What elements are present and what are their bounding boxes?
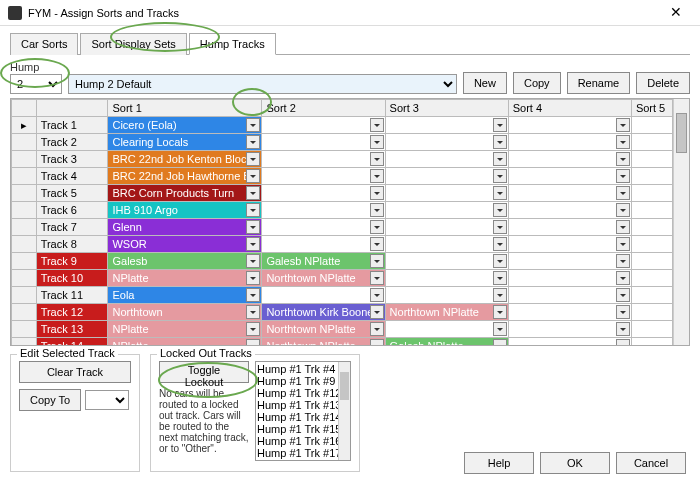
sort-cell[interactable]: Galesb bbox=[108, 253, 262, 270]
delete-button[interactable]: Delete bbox=[636, 72, 690, 94]
chevron-down-icon[interactable] bbox=[493, 220, 507, 234]
chevron-down-icon[interactable] bbox=[616, 186, 630, 200]
tab-car-sorts[interactable]: Car Sorts bbox=[10, 33, 78, 55]
chevron-down-icon[interactable] bbox=[493, 339, 507, 345]
chevron-down-icon[interactable] bbox=[616, 271, 630, 285]
sort-cell[interactable]: NPlatte bbox=[108, 338, 262, 346]
sort-cell[interactable]: Northtown NPlatte bbox=[262, 270, 385, 287]
sort-cell[interactable]: WSOR bbox=[108, 236, 262, 253]
sort-cell[interactable] bbox=[508, 287, 631, 304]
chevron-down-icon[interactable] bbox=[246, 237, 260, 251]
col-sort5[interactable]: Sort 5 bbox=[631, 100, 672, 117]
sort-cell[interactable]: Clearing Locals bbox=[108, 134, 262, 151]
chevron-down-icon[interactable] bbox=[246, 305, 260, 319]
sort-cell[interactable] bbox=[508, 185, 631, 202]
sort-cell[interactable] bbox=[508, 236, 631, 253]
sort-cell[interactable] bbox=[508, 117, 631, 134]
chevron-down-icon[interactable] bbox=[616, 135, 630, 149]
sort-cell[interactable] bbox=[385, 117, 508, 134]
col-sort2[interactable]: Sort 2 bbox=[262, 100, 385, 117]
chevron-down-icon[interactable] bbox=[616, 339, 630, 345]
tab-hump-tracks[interactable]: Hump Tracks bbox=[189, 33, 276, 55]
sort-cell[interactable] bbox=[262, 219, 385, 236]
chevron-down-icon[interactable] bbox=[616, 237, 630, 251]
chevron-down-icon[interactable] bbox=[246, 118, 260, 132]
sort-cell[interactable]: BRC 22nd Job Hawthorne Block bbox=[108, 168, 262, 185]
help-button[interactable]: Help bbox=[464, 452, 534, 474]
locked-list-item[interactable]: Hump #1 Trk #15 bbox=[257, 423, 349, 435]
sort-cell[interactable] bbox=[262, 236, 385, 253]
sort-cell[interactable]: Northtown NPlatte bbox=[262, 321, 385, 338]
chevron-down-icon[interactable] bbox=[493, 118, 507, 132]
sort-cell[interactable] bbox=[262, 134, 385, 151]
cancel-button[interactable]: Cancel bbox=[616, 452, 686, 474]
sort-cell[interactable] bbox=[508, 168, 631, 185]
sort-cell[interactable] bbox=[262, 168, 385, 185]
chevron-down-icon[interactable] bbox=[370, 322, 384, 336]
sort-cell[interactable]: Northtown bbox=[108, 304, 262, 321]
hump-select[interactable]: 2 bbox=[10, 74, 62, 94]
locked-list-item[interactable]: Hump #1 Trk #18 bbox=[257, 459, 349, 461]
chevron-down-icon[interactable] bbox=[246, 186, 260, 200]
sort-cell[interactable] bbox=[262, 151, 385, 168]
chevron-down-icon[interactable] bbox=[370, 271, 384, 285]
sort-cell[interactable]: IHB 910 Argo bbox=[108, 202, 262, 219]
sort-cell[interactable] bbox=[508, 338, 631, 346]
chevron-down-icon[interactable] bbox=[246, 254, 260, 268]
chevron-down-icon[interactable] bbox=[370, 305, 384, 319]
chevron-down-icon[interactable] bbox=[493, 135, 507, 149]
chevron-down-icon[interactable] bbox=[493, 186, 507, 200]
chevron-down-icon[interactable] bbox=[246, 322, 260, 336]
sort-cell[interactable] bbox=[385, 321, 508, 338]
sort-cell[interactable]: Galesb NPlatte bbox=[262, 253, 385, 270]
locked-list-item[interactable]: Hump #1 Trk #12 bbox=[257, 387, 349, 399]
chevron-down-icon[interactable] bbox=[493, 271, 507, 285]
sort-cell[interactable]: Galesb NPlatte bbox=[385, 338, 508, 346]
locked-list-item[interactable]: Hump #1 Trk #17 bbox=[257, 447, 349, 459]
chevron-down-icon[interactable] bbox=[370, 288, 384, 302]
sort-cell[interactable] bbox=[508, 304, 631, 321]
sort-cell[interactable] bbox=[262, 117, 385, 134]
chevron-down-icon[interactable] bbox=[616, 169, 630, 183]
chevron-down-icon[interactable] bbox=[616, 322, 630, 336]
hump-default-select[interactable]: Hump 2 Default bbox=[68, 74, 457, 94]
sort-cell[interactable]: BRC 22nd Job Kenton Block bbox=[108, 151, 262, 168]
chevron-down-icon[interactable] bbox=[616, 152, 630, 166]
sort-cell[interactable] bbox=[508, 151, 631, 168]
rename-button[interactable]: Rename bbox=[567, 72, 631, 94]
chevron-down-icon[interactable] bbox=[370, 254, 384, 268]
chevron-down-icon[interactable] bbox=[493, 254, 507, 268]
sort-cell[interactable] bbox=[508, 253, 631, 270]
chevron-down-icon[interactable] bbox=[370, 220, 384, 234]
sort-cell[interactable]: Eola bbox=[108, 287, 262, 304]
chevron-down-icon[interactable] bbox=[493, 152, 507, 166]
chevron-down-icon[interactable] bbox=[616, 220, 630, 234]
sort-cell[interactable] bbox=[385, 287, 508, 304]
tab-sort-display-sets[interactable]: Sort Display Sets bbox=[80, 33, 186, 55]
sort-cell[interactable] bbox=[508, 270, 631, 287]
chevron-down-icon[interactable] bbox=[370, 152, 384, 166]
locked-list-item[interactable]: Hump #1 Trk #13 bbox=[257, 399, 349, 411]
copy-to-button[interactable]: Copy To bbox=[19, 389, 81, 411]
chevron-down-icon[interactable] bbox=[246, 271, 260, 285]
col-sort3[interactable]: Sort 3 bbox=[385, 100, 508, 117]
chevron-down-icon[interactable] bbox=[493, 288, 507, 302]
chevron-down-icon[interactable] bbox=[493, 322, 507, 336]
locked-list-item[interactable]: Hump #1 Trk #14 bbox=[257, 411, 349, 423]
sort-cell[interactable] bbox=[262, 185, 385, 202]
chevron-down-icon[interactable] bbox=[493, 203, 507, 217]
sort-cell[interactable]: Northtown NPlatte bbox=[262, 338, 385, 346]
toggle-lockout-button[interactable]: Toggle Lockout bbox=[159, 361, 249, 383]
sort-cell[interactable] bbox=[385, 236, 508, 253]
chevron-down-icon[interactable] bbox=[246, 288, 260, 302]
chevron-down-icon[interactable] bbox=[370, 118, 384, 132]
chevron-down-icon[interactable] bbox=[370, 237, 384, 251]
locked-list-item[interactable]: Hump #1 Trk #16 bbox=[257, 435, 349, 447]
chevron-down-icon[interactable] bbox=[370, 203, 384, 217]
chevron-down-icon[interactable] bbox=[493, 169, 507, 183]
chevron-down-icon[interactable] bbox=[370, 169, 384, 183]
chevron-down-icon[interactable] bbox=[616, 254, 630, 268]
sort-cell[interactable] bbox=[385, 219, 508, 236]
chevron-down-icon[interactable] bbox=[246, 169, 260, 183]
copy-button[interactable]: Copy bbox=[513, 72, 561, 94]
